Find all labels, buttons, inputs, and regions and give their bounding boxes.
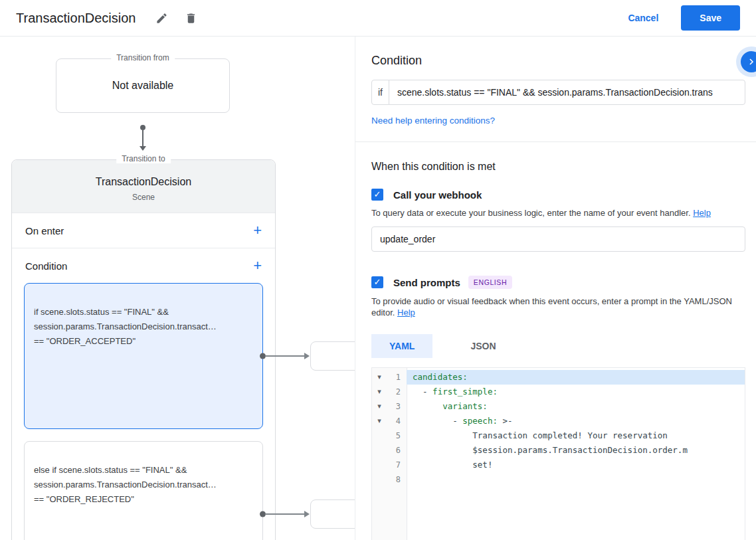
pencil-icon [155,12,168,25]
yaml-editor[interactable]: ▾1candidates:▾2 - first_simple:▾3 varian… [371,367,745,540]
condition-detail-panel: Condition if Need help entering conditio… [355,37,756,540]
code-line: set! [407,458,745,472]
code-line: - first_simple: [407,385,745,399]
webhook-toggle-row: ✓ Call your webhook [371,189,740,201]
fold-caret-icon[interactable]: ▾ [372,414,387,428]
chevron-right-icon [746,56,756,67]
connector-arrow-icon [304,353,310,359]
editor-tabs: YAML JSON [371,334,740,358]
add-on-enter-button[interactable]: + [253,224,262,237]
editor-line[interactable]: ▾3 variants: [372,399,745,414]
code-line [407,472,745,487]
condition-card[interactable]: if scene.slots.status == "FINAL" && sess… [24,283,263,429]
fold-spacer [372,472,387,487]
code-line: - speech: >- [407,414,745,428]
scene-name: TransactionDecision [12,176,275,188]
editor-line[interactable]: ▾1candidates: [372,370,745,385]
top-bar: TransactionDecision Cancel Save [0,0,756,37]
prompts-description-text: To provide audio or visual feedback when… [371,296,732,317]
section-condition: Condition + if scene.slots.status == "FI… [12,248,275,540]
when-condition-met-title: When this condition is met [371,161,740,173]
arrow-head-icon [140,146,146,151]
scene-card-header[interactable]: TransactionDecision Scene [12,160,275,213]
transition-from-label: Transition from [111,53,175,62]
language-badge: ENGLISH [468,276,512,289]
panel-title: Condition [371,54,740,68]
prompts-description: To provide audio or visual feedback when… [371,296,740,318]
fold-spacer [372,458,387,472]
line-number: 8 [387,472,407,487]
connector-line [265,513,306,515]
editor-line[interactable]: 6 $session.params.TransactionDecision.or… [372,443,745,458]
collapse-panel-button[interactable] [741,51,756,72]
condition-help-link[interactable]: Need help entering conditions? [371,116,495,126]
section-on-enter: On enter + [12,213,275,248]
if-label: if [371,80,389,105]
editor-line[interactable]: 7 set! [372,458,745,472]
on-enter-label: On enter [25,225,64,236]
section-divider [355,141,756,142]
transition-target-box[interactable] [310,341,355,371]
scene-type-label: Scene [12,193,275,202]
condition-section-label: Condition [25,260,67,272]
fold-spacer [372,428,387,443]
page-title: TransactionDecision [16,11,136,26]
fold-caret-icon[interactable]: ▾ [372,399,387,414]
code-line: Transaction completed! Your reservation [407,428,745,443]
transition-target-box[interactable] [310,499,355,529]
webhook-description: To query data or execute your business l… [371,207,740,219]
arrow-line [142,130,143,146]
add-condition-button[interactable]: + [253,259,262,272]
line-number: 3 [387,399,407,414]
condition-card-text: if scene.slots.status == "FINAL" && sess… [34,305,253,349]
line-number: 2 [387,385,407,399]
condition-expression-row: if [371,80,745,105]
prompts-label: Send prompts [393,277,460,288]
prompts-help-link[interactable]: Help [397,308,415,317]
save-button[interactable]: Save [681,5,740,31]
app-root: TransactionDecision Cancel Save Transiti… [0,0,756,540]
editor-line[interactable]: 5 Transaction completed! Your reservatio… [372,428,745,443]
transition-from-box[interactable]: Transition from Not available [56,58,230,113]
code-line: $session.params.TransactionDecision.orde… [407,443,745,458]
editor-line[interactable]: 8 [372,472,745,487]
tab-json[interactable]: JSON [452,334,514,358]
line-number: 5 [387,428,407,443]
condition-card[interactable]: else if scene.slots.status == "FINAL" &&… [24,441,263,540]
delete-scene-button[interactable] [179,7,202,29]
condition-card-text: else if scene.slots.status == "FINAL" &&… [34,463,253,507]
connector-arrow-icon [304,511,310,517]
webhook-checkbox[interactable]: ✓ [371,189,383,201]
webhook-handler-input[interactable] [371,226,745,252]
editor-line[interactable]: ▾4 - speech: >- [372,414,745,428]
trash-icon [185,12,197,25]
arrow-origin-dot [140,125,145,130]
editor-lines: ▾1candidates:▾2 - first_simple:▾3 varian… [372,370,745,487]
transition-from-content: Not available [112,80,174,92]
line-number: 6 [387,443,407,458]
transition-to-label: Transition to [116,154,171,163]
webhook-description-text: To query data or execute your business l… [371,208,693,218]
prompts-toggle-row: ✓ Send prompts ENGLISH [371,276,740,289]
webhook-help-link[interactable]: Help [693,208,711,218]
line-number: 7 [387,458,407,472]
condition-expression-input[interactable] [389,80,745,105]
fold-caret-icon[interactable]: ▾ [372,370,387,385]
fold-spacer [372,443,387,458]
scene-card: Transition to TransactionDecision Scene … [11,159,276,540]
line-number: 1 [387,370,407,385]
connector-line [265,355,306,357]
prompts-checkbox[interactable]: ✓ [371,276,383,288]
tab-yaml[interactable]: YAML [371,334,432,358]
cancel-button[interactable]: Cancel [628,13,658,23]
code-line: variants: [407,399,745,414]
fold-caret-icon[interactable]: ▾ [372,385,387,399]
edit-title-button[interactable] [150,7,173,29]
webhook-label: Call your webhook [393,189,482,201]
scene-flow-diagram: Transition from Not available Transition… [0,37,355,540]
code-line: candidates: [407,370,745,385]
editor-line[interactable]: ▾2 - first_simple: [372,385,745,399]
line-number: 4 [387,414,407,428]
transition-arrow [56,125,230,151]
